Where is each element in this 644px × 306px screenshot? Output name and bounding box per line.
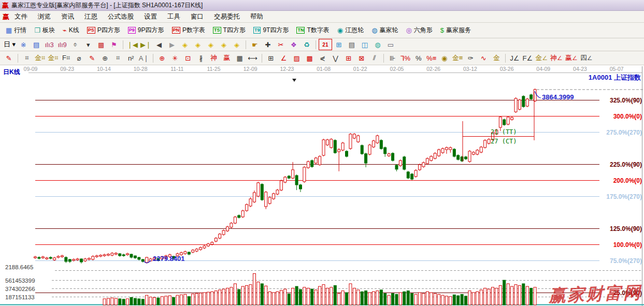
gann-square-icon[interactable]: ⊡ [182, 53, 194, 63]
calculator-icon[interactable]: ⊞ [333, 39, 345, 50]
menu-item-5[interactable]: 公式选股 [103, 11, 139, 22]
menu-item-2[interactable]: 浏览 [33, 11, 56, 22]
ruler2-icon[interactable]: ⌗ [112, 53, 124, 63]
n-square-icon[interactable]: n² [125, 53, 137, 63]
f-angle-icon[interactable]: F∠ [521, 53, 534, 63]
period-day-dropdown[interactable]: 日 ▾ [3, 39, 17, 50]
fan-box-icon[interactable]: ▨ [291, 53, 303, 63]
shen-angle-icon[interactable]: 神∠ [549, 53, 564, 63]
fan-box2-icon[interactable]: ▩ [304, 53, 316, 63]
diamond-center-icon[interactable]: ◈ [231, 39, 243, 50]
shen-tool-icon[interactable]: 神 [208, 53, 220, 63]
zoom-bottle-icon[interactable]: ⌽ [69, 39, 81, 50]
ma3-icon[interactable]: ılı3 [43, 39, 55, 50]
circle-count-icon[interactable]: ⊕ [99, 53, 111, 63]
p-square-button[interactable]: PSP四方形 [84, 25, 123, 36]
hexagon-button[interactable]: ◎六角形 [403, 25, 435, 36]
diamond-right-icon[interactable]: ◈ [192, 39, 204, 50]
style-dropdown-arrow[interactable]: ▾ [82, 39, 94, 50]
menu-item-3[interactable]: 资讯 [56, 11, 79, 22]
text-tool-icon[interactable]: A❘ [138, 53, 150, 63]
menu-item-9[interactable]: 交易委托 [209, 11, 245, 22]
gold-ruler2-icon[interactable]: 金⌗ [47, 53, 59, 63]
menu-item-1[interactable]: 文件 [9, 11, 33, 22]
wave-percent-icon[interactable]: ∿ [477, 53, 490, 63]
spiral-icon[interactable]: ⌀ [73, 53, 85, 63]
diamond-shrink-icon[interactable]: ◈ [218, 39, 230, 50]
j-angle-icon[interactable]: J∠ [508, 53, 521, 63]
save-icon[interactable]: ◫ [359, 39, 371, 50]
kline-chart[interactable]: 09-0909-2310-1410-2811-1111-2512-0912-23… [0, 66, 644, 306]
percent-icon[interactable]: % [412, 53, 425, 63]
wave-lines-icon[interactable]: ⋁ [330, 53, 342, 63]
volume-bar [188, 297, 190, 305]
t-number-table-button[interactable]: TNT数字表 [293, 25, 332, 36]
gold-circle-icon[interactable]: ◉ [438, 53, 451, 63]
menu-item-6[interactable]: 设置 [139, 11, 162, 22]
gold-angle-icon[interactable]: 金∠ [534, 53, 549, 63]
first-page-icon[interactable]: ❘◀ [126, 39, 139, 50]
notes-icon[interactable]: ▤ [346, 39, 358, 50]
diamond-left-icon[interactable]: ◈ [179, 39, 191, 50]
win-angle-icon[interactable]: 赢∠ [564, 53, 579, 63]
pattern-grid-icon[interactable]: ▩ [95, 39, 107, 50]
percent-range-icon[interactable]: ⅂% [399, 53, 412, 63]
menu-item-8[interactable]: 窗口 [185, 11, 209, 22]
draw-pen-icon[interactable]: ✎ [3, 53, 15, 63]
square-frame-icon[interactable]: ⊞ [265, 53, 277, 63]
cycle-tool-icon[interactable]: ♻ [300, 39, 313, 50]
gold-line-icon[interactable]: 金≡ [451, 53, 464, 63]
9p-square-button[interactable]: P99P四方形 [125, 25, 167, 36]
gold-ruler-icon[interactable]: 金⌗ [34, 53, 46, 63]
menu-item-4[interactable]: 江恩 [79, 11, 103, 22]
next-page-icon[interactable]: ▶ [166, 39, 178, 50]
market-quotes-button[interactable]: ▦行情 [3, 25, 30, 36]
win-tool-icon[interactable]: 赢 [221, 53, 233, 63]
calendar-21-icon[interactable]: 21 [319, 39, 332, 50]
chart-pattern-icon[interactable]: ※ [17, 39, 30, 50]
crosshair-tool-icon[interactable]: ✚ [262, 39, 274, 50]
window-titlebar[interactable]: 赢 赢家江恩专业版[赢家内部服务平台] - [上证指数 SH1A0001-167… [0, 0, 644, 11]
red-pen-icon[interactable]: ✎ [86, 53, 98, 63]
gann-pattern-tool-icon[interactable]: ❖ [288, 39, 300, 50]
menu-item-7[interactable]: 工具 [162, 11, 185, 22]
pen-mark-icon[interactable]: ✑ [464, 53, 477, 63]
grid-dot-icon[interactable]: ⊞ [342, 53, 355, 63]
wave-count-icon[interactable]: ∦ [195, 53, 207, 63]
candle-body [184, 252, 187, 254]
info-doc-icon[interactable]: ▤ [30, 39, 42, 50]
flag-chart-icon[interactable]: ⚑ [108, 39, 120, 50]
winner-service-button[interactable]: $赢家服务 [437, 25, 474, 36]
four-angle-icon[interactable]: 四∠ [579, 53, 594, 63]
cut-tool-icon[interactable]: ✂ [275, 39, 287, 50]
hand-tool-icon[interactable]: ☛ [249, 39, 261, 50]
menu-item-10[interactable]: 帮助 [245, 11, 268, 22]
prev-page-icon[interactable]: ◀ [153, 39, 165, 50]
last-page-icon[interactable]: ▶❘ [139, 39, 152, 50]
percent-line-icon[interactable]: %≡ [425, 53, 438, 63]
diamond-expand-icon[interactable]: ◈ [205, 39, 217, 50]
gann-star-icon[interactable]: ✳ [169, 53, 181, 63]
t-square-button[interactable]: TST四方形 [210, 25, 249, 36]
grid-dot2-icon[interactable]: ⊠ [355, 53, 368, 63]
winner-wheel-button[interactable]: ◍赢家轮 [368, 25, 401, 36]
ma9-icon[interactable]: ılı9 [56, 39, 68, 50]
grid-123-icon[interactable]: ▦ [234, 53, 246, 63]
print-icon[interactable]: ▭ [384, 39, 397, 50]
export-web-icon[interactable]: ◍ [371, 39, 384, 50]
p-number-table-button[interactable]: PNP数字表 [169, 25, 209, 36]
kline-button[interactable]: ⌁K线 [60, 25, 82, 36]
sectors-button[interactable]: ❒板块 [31, 25, 58, 36]
f-ruler-icon[interactable]: F⌗ [60, 53, 73, 63]
angle-lines-icon[interactable]: ⋞ [317, 53, 329, 63]
gann-fan-icon[interactable]: ∠ [278, 53, 290, 63]
stats-column-icon[interactable]: ⊪ [387, 53, 399, 63]
width-span-icon[interactable]: ⟷ [247, 53, 259, 63]
gann-wheel-button[interactable]: ◉江恩轮 [334, 25, 367, 36]
9t-square-button[interactable]: T99T四方形 [250, 25, 292, 36]
parallel-lines-icon[interactable]: ⫽ [368, 53, 381, 63]
gann-circle-icon[interactable]: ⊕ [156, 53, 168, 63]
gann-ruler-icon[interactable]: ⌗ [21, 53, 33, 63]
volume-bar [326, 288, 328, 305]
gold-tool-icon[interactable]: 金 [490, 53, 503, 63]
